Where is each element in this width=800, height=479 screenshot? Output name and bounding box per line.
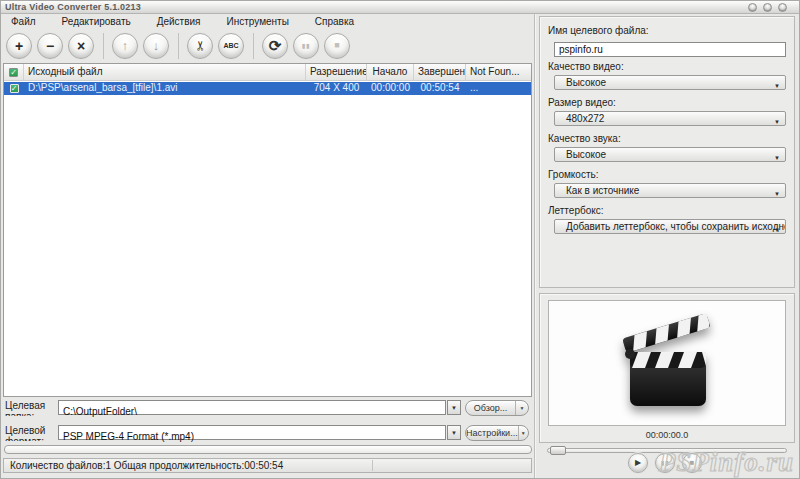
- chevron-down-icon: ▼: [451, 405, 457, 411]
- menu-item-actions[interactable]: Действия: [157, 15, 201, 28]
- output-folder-label: Целевая папка:: [5, 400, 57, 416]
- notfound-cell: ...: [466, 82, 531, 95]
- pause-playback-button[interactable]: ▮▮: [655, 453, 675, 473]
- chevron-down-icon: ▼: [774, 152, 780, 162]
- chevron-down-icon: ▼: [521, 430, 526, 436]
- preview-panel: 00:00:00.0: [539, 293, 795, 443]
- column-header-start[interactable]: Начало: [367, 64, 414, 80]
- preview-screen: [548, 300, 786, 426]
- settings-split-arrow[interactable]: ▼: [518, 426, 528, 440]
- convert-button[interactable]: ⟳: [262, 33, 288, 59]
- title-bar: Ultra Video Converter 5.1.0213: [1, 1, 799, 14]
- pause-button[interactable]: ▮▮: [293, 33, 319, 59]
- volume-select[interactable]: Как в источнике▼: [554, 183, 786, 198]
- format-settings-button[interactable]: Настройки... ▼: [465, 425, 529, 441]
- clear-list-button[interactable]: ×: [68, 33, 94, 59]
- stop-icon: ■: [334, 41, 339, 50]
- menu-item-tools[interactable]: Инструменты: [227, 15, 289, 28]
- pause-icon: ▮▮: [661, 460, 670, 466]
- column-header-source[interactable]: Исходный файл: [24, 64, 306, 80]
- audio-quality-label: Качество звука:: [548, 133, 786, 144]
- volume-label: Громкость:: [548, 169, 786, 180]
- row-checkbox[interactable]: ✓: [10, 84, 19, 93]
- browse-button[interactable]: Обзор... ▼: [465, 400, 529, 416]
- file-row[interactable]: ✓ D:\PSP\arsenal_barsa_[tfile]\1.avi 704…: [4, 82, 531, 95]
- settings-panel: Имя целевого файла: Качество видео: Высо…: [539, 16, 795, 288]
- browse-button-label: Обзор...: [466, 401, 515, 415]
- status-divider: [372, 460, 373, 471]
- toolbar: + − × ↑ ↓ ✂ ABC ⟳ ▮▮ ■: [1, 28, 534, 63]
- window-title: Ultra Video Converter 5.1.0213: [5, 2, 141, 12]
- row-checkbox-cell: ✓: [4, 82, 24, 95]
- playback-controls: ▶ ▮▮ ■: [628, 453, 702, 473]
- column-header-resolution[interactable]: Разрешение: [306, 64, 367, 80]
- arrow-down-icon: ↓: [153, 39, 160, 52]
- slider-thumb[interactable]: [550, 446, 566, 455]
- split-video-button[interactable]: ✂: [187, 33, 213, 59]
- video-size-value: 480x272: [566, 113, 604, 124]
- letterbox-value: Добавить леттербокс, чтобы сохранить исх…: [566, 221, 786, 232]
- progress-bar: [4, 445, 532, 454]
- end-time-cell: 00:50:54: [414, 82, 466, 95]
- video-quality-field-group: Качество видео: Высокое▼: [548, 61, 786, 90]
- volume-field-group: Громкость: Как в источнике▼: [548, 169, 786, 198]
- output-format-input[interactable]: [59, 430, 445, 443]
- close-button[interactable]: [778, 3, 787, 12]
- minimize-button[interactable]: [748, 3, 757, 12]
- stop-button[interactable]: ■: [324, 33, 350, 59]
- column-header-notfound[interactable]: Not Foun...: [466, 64, 531, 80]
- remove-file-button[interactable]: −: [37, 33, 63, 59]
- scissors-icon: ✂: [194, 40, 207, 51]
- abc-icon: ABC: [223, 42, 238, 49]
- plus-icon: +: [15, 39, 23, 53]
- video-quality-label: Качество видео:: [548, 61, 786, 72]
- chevron-down-icon: ▼: [774, 80, 780, 90]
- subtitle-button[interactable]: ABC: [218, 33, 244, 59]
- output-folder-input[interactable]: [59, 405, 445, 418]
- maximize-button[interactable]: [763, 3, 772, 12]
- toolbar-separator: [253, 33, 254, 59]
- chevron-down-icon: ▼: [774, 188, 780, 198]
- stop-icon: ■: [690, 459, 695, 467]
- select-all-cell: ✓: [4, 64, 24, 80]
- audio-quality-select[interactable]: Высокое▼: [554, 147, 786, 162]
- menu-item-file[interactable]: Файл: [11, 15, 36, 28]
- video-size-label: Размер видео:: [548, 97, 786, 108]
- chevron-down-icon: ▼: [774, 224, 780, 234]
- window-controls: [748, 3, 787, 12]
- clapperboard-icon: [606, 311, 728, 415]
- pause-icon: ▮▮: [302, 43, 311, 49]
- add-file-button[interactable]: +: [6, 33, 32, 59]
- letterbox-label: Леттербокс:: [548, 205, 786, 216]
- start-time-cell: 00:00:00: [367, 82, 414, 95]
- move-down-button[interactable]: ↓: [143, 33, 169, 59]
- target-name-input[interactable]: [554, 42, 786, 57]
- menu-item-help[interactable]: Справка: [315, 15, 354, 28]
- format-settings-label: Настройки...: [466, 426, 518, 440]
- status-summary: Количество файлов:1 Общая продолжительно…: [10, 460, 283, 471]
- convert-icon: ⟳: [269, 38, 282, 53]
- video-size-select[interactable]: 480x272▼: [554, 111, 786, 126]
- output-format-label: Целевой формат:: [5, 425, 57, 441]
- output-format-dropdown-button[interactable]: ▼: [447, 425, 461, 440]
- x-icon: ×: [77, 39, 85, 53]
- move-up-button[interactable]: ↑: [112, 33, 138, 59]
- file-list-header: ✓ Исходный файл Разрешение Начало Заверш…: [4, 64, 531, 81]
- column-header-end[interactable]: Завершение: [414, 64, 466, 80]
- stop-playback-button[interactable]: ■: [682, 453, 702, 473]
- chevron-down-icon: ▼: [451, 430, 457, 436]
- audio-quality-value: Высокое: [566, 149, 606, 160]
- output-folder-dropdown-button[interactable]: ▼: [447, 400, 461, 415]
- video-size-field-group: Размер видео: 480x272▼: [548, 97, 786, 126]
- video-quality-select[interactable]: Высокое▼: [554, 75, 786, 90]
- resolution-cell: 704 X 400: [306, 82, 367, 95]
- play-icon: ▶: [635, 459, 641, 467]
- preview-time: 00:00:00.0: [540, 430, 794, 440]
- chevron-down-icon: ▼: [520, 405, 525, 411]
- select-all-checkbox[interactable]: ✓: [9, 68, 18, 77]
- menu-item-edit[interactable]: Редактировать: [62, 15, 131, 28]
- browse-split-arrow[interactable]: ▼: [515, 401, 528, 415]
- toolbar-separator: [103, 33, 104, 59]
- letterbox-select[interactable]: Добавить леттербокс, чтобы сохранить исх…: [554, 219, 786, 234]
- play-button[interactable]: ▶: [628, 453, 648, 473]
